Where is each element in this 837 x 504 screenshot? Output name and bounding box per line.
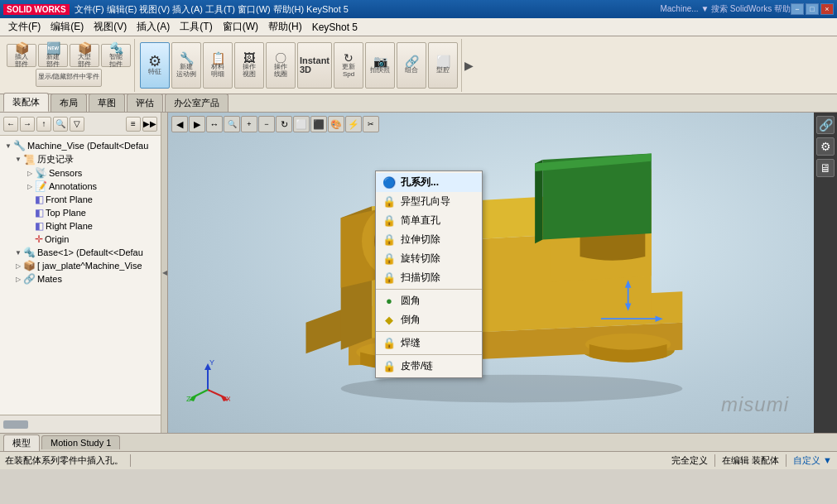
minimize-button[interactable]: −: [791, 3, 804, 15]
tree-front-plane[interactable]: ◧ Front Plane: [2, 193, 159, 206]
sidebar-scrollbar[interactable]: [0, 415, 161, 433]
ctx-belt-chain[interactable]: 🔒 皮带/链: [376, 357, 482, 376]
right-title: Machine... ▼ 搜索 SolidWorks 帮助: [660, 3, 791, 15]
feature-toolbar-group: ⚙ 特征 🔧 新建运动例 📋 材料明细 🖼 操作视图 〇 操作线圈 Instan…: [137, 39, 462, 92]
line-operation-button[interactable]: 〇 操作线圈: [266, 42, 296, 89]
tab-[interactable]: 布局: [51, 94, 87, 112]
zoom-to-fit-button[interactable]: ↔: [206, 116, 223, 132]
sidebar-options-button[interactable]: ▶▶: [142, 117, 157, 132]
tree-top-plane[interactable]: ◧ Top Plane: [2, 206, 159, 219]
instant3d-button[interactable]: Instant3D: [297, 42, 332, 89]
menu-item-h[interactable]: 帮助(H): [263, 18, 307, 36]
cavity-button[interactable]: ⬜ 型腔: [428, 42, 458, 89]
filter-button[interactable]: ▽: [70, 117, 84, 132]
nav-up-button[interactable]: ↑: [36, 117, 51, 132]
ctx-weld[interactable]: 🔒 焊缝: [376, 334, 482, 353]
close-button[interactable]: ×: [820, 3, 834, 15]
combine-button[interactable]: 🔗 组合: [397, 42, 426, 89]
snapshot-button[interactable]: 📷 拍快照: [365, 42, 395, 89]
ctx-revolve-cut[interactable]: 🔒 旋转切除: [376, 249, 482, 268]
tab-model[interactable]: 模型: [3, 434, 40, 451]
chamfer-icon: ◆: [382, 314, 396, 327]
belt-chain-icon: 🔒: [382, 360, 396, 373]
zoom-out-button[interactable]: −: [258, 116, 275, 132]
share-button[interactable]: 🔗: [816, 116, 835, 134]
scrollbar-thumb[interactable]: [3, 420, 28, 429]
sidebar-header: ← → ↑ 🔍 ▽ ≡ ▶▶: [0, 113, 161, 136]
tree-origin[interactable]: ✛ Origin: [2, 233, 159, 246]
bom-button[interactable]: 📋 材料明细: [203, 42, 233, 89]
tree-jaw-plate[interactable]: ▷ 📦 [ jaw_plate^Machine_Vise: [2, 259, 159, 272]
view-next-button[interactable]: ▶: [189, 116, 205, 132]
zoom-in-button[interactable]: +: [241, 116, 257, 132]
menu-item-a[interactable]: 插入(A): [132, 18, 175, 36]
tab-[interactable]: 评估: [127, 94, 163, 112]
settings-button[interactable]: ⚙: [816, 137, 835, 156]
feature-button[interactable]: ⚙ 特征: [140, 42, 170, 89]
ctx-extrude-cut[interactable]: 🔒 拉伸切除: [376, 230, 482, 249]
tree-sensors[interactable]: ▷ 📡 Sensors: [2, 166, 159, 180]
speedpak-button[interactable]: ↻ 更新Spd: [334, 42, 363, 89]
nav-forward-button[interactable]: →: [20, 117, 35, 132]
ctx-fillet[interactable]: ● 圆角: [376, 291, 482, 310]
collapse-all-button[interactable]: ≡: [126, 117, 141, 132]
tree-base[interactable]: ▼ 🔩 Base<1> (Default<<Defau: [2, 246, 159, 259]
menu-item-t[interactable]: 工具(T): [175, 18, 217, 36]
ctx-sweep-cut[interactable]: 🔒 扫描切除: [376, 268, 482, 287]
viewport-background: ◀ ▶ ↔ 🔍 + − ↻ ⬜ ⬛ 🎨 ⚡ ✂: [168, 113, 814, 433]
tree-right-plane[interactable]: ◧ Right Plane: [2, 219, 159, 233]
search-button[interactable]: 🔍: [53, 117, 68, 132]
show-hide-button[interactable]: 显示/隐藏部件中零件: [36, 69, 102, 87]
status-editing: 在编辑 装配体: [722, 454, 786, 467]
toolbar-more-button[interactable]: ▶: [464, 59, 474, 72]
ctx-smart-hole[interactable]: 🔒 异型孔向导: [376, 192, 482, 211]
view-wireframe-button[interactable]: ⬛: [310, 116, 327, 132]
menu-item-e[interactable]: 编辑(E): [46, 18, 89, 36]
ctx-simple-hole[interactable]: 🔒 简单直孔: [376, 211, 482, 230]
tree-annotations[interactable]: ▷ 📝 Annotations: [2, 180, 159, 193]
nav-back-button[interactable]: ←: [3, 117, 18, 132]
rotate-button[interactable]: ↻: [276, 116, 292, 132]
insert-part-button[interactable]: 📦 插入部件: [7, 44, 36, 67]
view-shaded-button[interactable]: ⬜: [293, 116, 310, 132]
tab-[interactable]: 办公室产品: [165, 94, 228, 112]
view-light-button[interactable]: ⚡: [345, 116, 362, 132]
tab-[interactable]: 装配体: [3, 93, 49, 112]
tree-root[interactable]: ▼ 🔧 Machine_Vise (Default<Defau: [2, 139, 159, 152]
ctx-chamfer[interactable]: ◆ 倒角: [376, 310, 482, 329]
menu-item-v[interactable]: 视图(V): [89, 18, 132, 36]
new-part-button[interactable]: 🆕 新建部件: [38, 44, 68, 67]
menu-item-keyshot[interactable]: KeyShot 5: [307, 20, 363, 35]
toolbar-row-2: 显示/隐藏部件中零件: [36, 69, 102, 87]
reference-motion-button[interactable]: 🔧 新建运动例: [171, 42, 201, 89]
view-prev-button[interactable]: ◀: [171, 116, 188, 132]
smart-fastener-button[interactable]: 🔩 智能扣件: [101, 44, 131, 67]
view-operation-button[interactable]: 🖼 操作视图: [234, 42, 264, 89]
tab-motion-study[interactable]: Motion Study 1: [41, 435, 120, 449]
menu-item-f[interactable]: 文件(F): [3, 18, 46, 36]
assembly-toolbar-group: 📦 插入部件 🆕 新建部件 📦 大型部件 🔩 智能扣件 显示/隐藏部件中零件: [3, 39, 135, 92]
view-section-button[interactable]: ✂: [363, 116, 379, 132]
status-custom[interactable]: 自定义 ▼: [793, 454, 832, 467]
window-controls: − □ ×: [791, 3, 834, 15]
menu-item-w[interactable]: 窗口(W): [218, 18, 263, 36]
y-axis-label: Y: [209, 358, 214, 367]
ctx-hole-series[interactable]: 🔵 孔系列...: [376, 173, 482, 192]
large-assembly-button[interactable]: 📦 大型部件: [70, 44, 99, 67]
maximize-button[interactable]: □: [806, 3, 819, 15]
menu-bar: 文件(F)编辑(E)视图(V)插入(A)工具(T)窗口(W)帮助(H)KeySh…: [0, 18, 837, 36]
view-color-button[interactable]: 🎨: [328, 116, 344, 132]
sidebar-collapse-handle[interactable]: ◀: [161, 113, 168, 433]
feature-tree: ▼ 🔧 Machine_Vise (Default<Defau ▼ 📜 历史记录…: [0, 136, 161, 415]
viewport[interactable]: ◀ ▶ ↔ 🔍 + − ↻ ⬜ ⬛ 🎨 ⚡ ✂: [168, 113, 814, 433]
ctx-separator-3: [376, 354, 482, 355]
tab-row: 装配体布局草图评估办公室产品: [0, 94, 837, 113]
revolve-cut-icon: 🔒: [382, 252, 396, 266]
x-axis-label: X: [226, 395, 230, 403]
tree-mates[interactable]: ▷ 🔗 Mates: [2, 272, 159, 286]
display-button[interactable]: 🖥: [816, 159, 835, 177]
tree-history[interactable]: ▼ 📜 历史记录: [2, 152, 159, 166]
model-svg: [234, 121, 789, 408]
zoom-button[interactable]: 🔍: [224, 116, 240, 132]
tab-[interactable]: 草图: [89, 94, 125, 112]
